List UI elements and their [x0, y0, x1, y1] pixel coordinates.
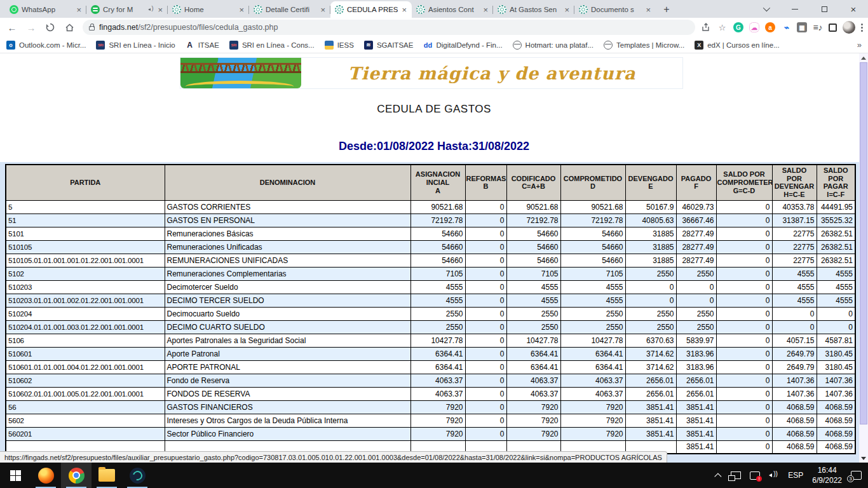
- avast-extension-icon[interactable]: a: [765, 22, 775, 32]
- cell-denominacion: Decimocuarto Sueldo: [165, 307, 410, 320]
- bookmark-label: SRI en Línea - Inicio: [109, 41, 175, 49]
- taskbar-firefox[interactable]: [31, 463, 61, 488]
- back-button[interactable]: ←: [4, 19, 20, 36]
- cell-value: 54660: [560, 254, 625, 267]
- cell-value: 2550: [625, 320, 676, 334]
- bookmarks-overflow-chevron[interactable]: »: [857, 40, 862, 50]
- tab-home[interactable]: Home ×: [168, 1, 249, 18]
- tab-close-icon[interactable]: ×: [645, 5, 651, 15]
- profile-avatar[interactable]: [843, 21, 855, 34]
- bookmark-sri-inicio[interactable]: SRI en Línea - Inicio: [96, 41, 175, 50]
- tab-close-icon[interactable]: ×: [157, 5, 163, 15]
- bookmark-hotmart[interactable]: Hotmart: una plataf...: [513, 41, 593, 50]
- address-bar[interactable]: fingads.net/sf2/presupuesto/files/cedula…: [83, 20, 695, 35]
- tab-close-icon[interactable]: ×: [320, 5, 326, 15]
- bookmarks-bar: Outlook.com - Micr... SRI en Línea - Ini…: [0, 37, 868, 53]
- cell-value: 0: [465, 334, 506, 347]
- bookmark-iess[interactable]: IESS: [325, 41, 354, 50]
- bookmark-label: IESS: [337, 41, 354, 49]
- cell-value: 26382.51: [817, 254, 855, 267]
- cell-value: 4555: [772, 294, 817, 307]
- grammarly-extension-icon[interactable]: G: [733, 22, 743, 32]
- alert-icon[interactable]: !: [746, 463, 764, 488]
- bookmark-outlook[interactable]: Outlook.com - Micr...: [6, 41, 86, 50]
- tab-at-gastos[interactable]: At Gastos Sen ×: [493, 1, 574, 18]
- tab-close-icon[interactable]: ×: [482, 5, 489, 15]
- tab-close-icon[interactable]: ×: [238, 5, 245, 15]
- cell-denominacion: GASTOS CORRIENTES: [165, 200, 410, 214]
- tab-close-icon[interactable]: ×: [76, 5, 82, 15]
- start-button[interactable]: [0, 463, 31, 488]
- clock[interactable]: 16:44 6/9/2022: [808, 463, 846, 488]
- cell-denominacion: Sector Público Financiero: [165, 427, 410, 440]
- tab-label: Home: [184, 6, 235, 13]
- cell-value: 0: [465, 200, 506, 214]
- scroll-down-button[interactable]: [859, 454, 868, 463]
- tab-close-icon[interactable]: ×: [564, 5, 570, 15]
- language-indicator[interactable]: ESP: [784, 463, 807, 488]
- tab-whatsapp[interactable]: WhatsApp ×: [5, 1, 86, 18]
- page-title: CEDULA DE GASTOS: [0, 103, 868, 116]
- action-center-button[interactable]: 3: [847, 463, 865, 488]
- tray-expand-chevron[interactable]: [713, 463, 726, 488]
- tab-cedula-presupuestaria[interactable]: CEDULA PRES ×: [330, 1, 412, 18]
- cell-value: 0: [716, 360, 772, 374]
- tab-spotify[interactable]: Cry for M ×: [86, 1, 168, 18]
- bookmark-itsae[interactable]: ITSAE: [186, 41, 219, 50]
- new-tab-button[interactable]: +: [658, 1, 675, 18]
- cell-value: 0: [676, 280, 716, 294]
- cell-value: 0: [465, 360, 506, 374]
- table-row: 510105.01.01.001.001.01.22.001.001.0001R…: [6, 254, 855, 267]
- minimize-button[interactable]: [780, 0, 810, 18]
- tab-close-icon[interactable]: ×: [401, 5, 407, 15]
- restore-button[interactable]: [810, 0, 839, 18]
- bookmark-star-icon[interactable]: ☆: [717, 22, 728, 33]
- cell-value: 10427.78: [410, 334, 465, 347]
- cell-value: 54660: [560, 227, 625, 240]
- feather-extension-icon[interactable]: ⌁: [781, 22, 791, 32]
- cell-value: 0: [716, 214, 772, 227]
- reload-button[interactable]: [42, 19, 58, 36]
- bookmark-sgaitsae[interactable]: SGAITSAE: [364, 41, 414, 50]
- cell-value: 35525.32: [817, 214, 855, 227]
- cloud-extension-icon[interactable]: ☁: [749, 22, 759, 32]
- table-row: 560201Sector Público Financiero792007920…: [6, 427, 855, 440]
- cell-value: 2550: [625, 307, 676, 320]
- home-button[interactable]: [61, 19, 78, 36]
- tab-search-chevron-icon[interactable]: [751, 0, 780, 18]
- playlist-extension-icon[interactable]: ≡♪: [813, 22, 823, 32]
- extensions-puzzle-icon[interactable]: ▦: [797, 22, 807, 32]
- bookmark-digitaldefynd[interactable]: DigitalDefynd - Fin...: [423, 41, 502, 50]
- cell-value: 4068.59: [817, 440, 855, 454]
- square-extension-icon[interactable]: [829, 24, 837, 32]
- tab-detalle-certificado[interactable]: Detalle Certifi ×: [249, 1, 330, 18]
- cell-value: 2656.01: [625, 387, 676, 400]
- scroll-up-button[interactable]: [859, 53, 868, 62]
- taskbar-app[interactable]: [122, 463, 153, 488]
- cell-value: 3851.41: [625, 400, 676, 414]
- cell-value: 6364.41: [560, 347, 625, 360]
- whatsapp-icon: [10, 5, 18, 14]
- cell-value: 54660: [410, 227, 465, 240]
- taskbar-file-explorer[interactable]: [92, 463, 122, 488]
- vertical-scrollbar[interactable]: [859, 53, 868, 463]
- cell-value: 0: [465, 347, 506, 360]
- cell-value: 2550: [506, 307, 560, 320]
- bookmark-templates[interactable]: Templates | Microw...: [604, 41, 684, 50]
- share-icon[interactable]: [700, 22, 711, 33]
- close-button[interactable]: ×: [839, 0, 868, 18]
- network-icon[interactable]: [727, 463, 745, 488]
- taskbar-chrome[interactable]: [61, 463, 92, 488]
- bookmark-sri-consultas[interactable]: SRI en Línea - Cons...: [229, 41, 315, 50]
- tab-asientos-contables[interactable]: Asientos Cont ×: [412, 1, 493, 18]
- browser-menu-icon[interactable]: [861, 24, 863, 32]
- forward-button[interactable]: →: [23, 19, 39, 36]
- cell-denominacion: APORTE PATRONAL: [165, 360, 410, 374]
- scrollbar-thumb[interactable]: [860, 62, 867, 424]
- cell-value: 2550: [506, 320, 560, 334]
- bookmark-edx[interactable]: edX | Cursos en líne...: [695, 41, 780, 50]
- cell-value: 4555: [817, 267, 855, 280]
- cell-partida: 510602: [6, 374, 165, 387]
- tab-documento[interactable]: Documento s ×: [574, 1, 656, 18]
- volume-icon[interactable]: [765, 463, 783, 488]
